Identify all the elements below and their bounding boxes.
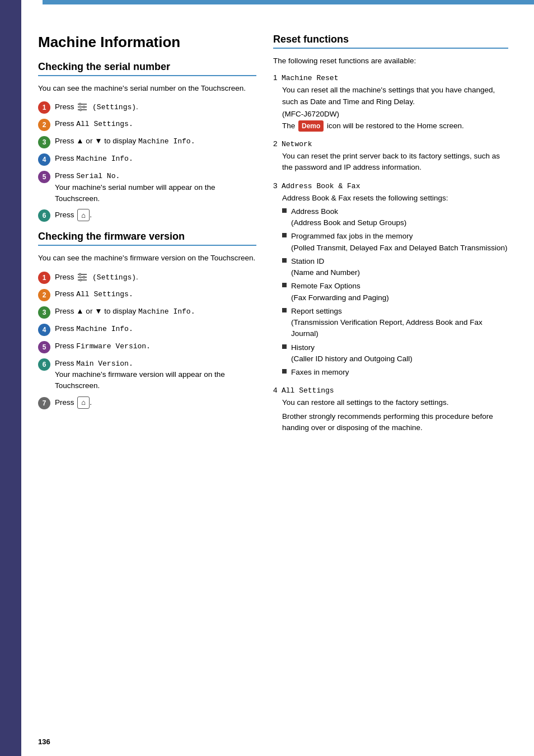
step-circle-4: 4: [38, 324, 50, 336]
reset-item-num-2: 2 Network: [273, 139, 508, 148]
step-text-5: Press Serial No.Your machine's serial nu…: [55, 170, 256, 204]
step-circle-6: 6: [38, 209, 50, 222]
bullet-icon: [282, 258, 287, 263]
svg-point-3: [79, 103, 81, 105]
reset-item-desc-3: Address Book & Fax resets the following …: [282, 193, 508, 204]
step-item: 2 Press All Settings.: [38, 118, 256, 131]
step-circle-4: 4: [38, 153, 50, 166]
bullet-address-book: Address Book(Address Book and Setup Grou…: [282, 206, 508, 229]
step-text-3: Press ▲ or ▼ to display Machine Info.: [55, 306, 256, 318]
reset-item-network: 2 Network You can reset the print server…: [273, 139, 508, 174]
step-circle-3: 3: [38, 306, 50, 319]
serial-number-steps: 1 Press (Settings). 2 Press All Settings…: [38, 101, 256, 222]
svg-rect-8: [78, 279, 87, 281]
svg-point-9: [79, 273, 81, 276]
step-text-1: Press (Settings).: [55, 101, 256, 113]
reset-item-num-4: 4 All Settings: [273, 386, 508, 395]
step-item: 5 Press Serial No.Your machine's serial …: [38, 170, 256, 204]
svg-point-5: [79, 109, 82, 111]
step-item: 5 Press Firmware Version.: [38, 340, 256, 353]
bullet-programmed-fax: Programmed fax jobs in the memory(Polled…: [282, 231, 508, 254]
reset-item-desc-1: You can reset all the machine's settings…: [282, 85, 508, 108]
svg-rect-7: [78, 277, 87, 278]
step-item: 1 Press (Settings).: [38, 101, 256, 114]
settings-icon: [76, 271, 88, 283]
bullet-label: Programmed fax jobs in the memory(Polled…: [291, 231, 507, 254]
reset-subnote-mfc: (MFC-J6720DW): [282, 110, 508, 118]
reset-item-desc-2: You can reset the print server back to i…: [282, 151, 508, 174]
section2-title: Checking the firmware version: [38, 231, 256, 246]
bullet-label: Remote Fax Options(Fax Forwarding and Pa…: [291, 281, 389, 304]
svg-point-11: [79, 279, 82, 281]
address-book-fax-bullets: Address Book(Address Book and Setup Grou…: [282, 206, 508, 379]
reset-item-machine-reset: 1 Machine Reset You can reset all the ma…: [273, 73, 508, 132]
bullet-icon: [282, 283, 287, 287]
page-title: Machine Information: [38, 34, 256, 51]
step-circle-1: 1: [38, 101, 50, 114]
bullet-label: Address Book(Address Book and Setup Grou…: [291, 206, 406, 229]
settings-icon: [76, 101, 88, 113]
reset-items-list: 1 Machine Reset You can reset all the ma…: [273, 73, 508, 433]
reset-item-num-3: 3 Address Book & Fax: [273, 181, 508, 190]
step-item: 4 Press Machine Info.: [38, 153, 256, 166]
step-item: 7 Press ⌂.: [38, 396, 256, 409]
step-text-3: Press ▲ or ▼ to display Machine Info.: [55, 136, 256, 147]
bullet-faxes-in-memory: Faxes in memory: [282, 367, 508, 378]
step-text-4: Press Machine Info.: [55, 323, 256, 335]
bullet-history: History(Caller ID history and Outgoing C…: [282, 342, 508, 365]
home-icon: ⌂: [77, 209, 90, 221]
step-text-2: Press All Settings.: [55, 118, 256, 130]
svg-point-4: [83, 106, 85, 108]
reset-item-num-1: 1 Machine Reset: [273, 73, 508, 82]
page-number: 136: [38, 738, 50, 746]
step-circle-2: 2: [38, 289, 50, 301]
two-col-layout: Machine Information Checking the serial …: [38, 34, 517, 441]
left-column: Machine Information Checking the serial …: [38, 34, 256, 441]
reset-item-all-settings: 4 All Settings You can restore all setti…: [273, 386, 508, 433]
step-circle-3: 3: [38, 136, 50, 148]
step-item: 2 Press All Settings.: [38, 288, 256, 301]
reset-item-desc-4: You can restore all settings to the fact…: [282, 397, 508, 408]
bullet-label: Faxes in memory: [291, 367, 349, 378]
step-item: 4 Press Machine Info.: [38, 323, 256, 336]
svg-rect-2: [78, 109, 87, 110]
reset-demo-text: The Demo icon will be restored to the Ho…: [282, 120, 508, 132]
step-text-5: Press Firmware Version.: [55, 340, 256, 352]
bullet-icon: [282, 344, 287, 349]
bullet-label: History(Caller ID history and Outgoing C…: [291, 342, 413, 365]
content-area: Machine Information Checking the serial …: [21, 0, 534, 756]
bullet-label: Station ID(Name and Number): [291, 256, 360, 279]
top-bar: [43, 0, 534, 4]
step-circle-2: 2: [38, 119, 50, 131]
svg-point-10: [83, 276, 85, 278]
bullet-station-id: Station ID(Name and Number): [282, 256, 508, 279]
bullet-report-settings: Report settings(Transmission Verificatio…: [282, 306, 508, 340]
bullet-label: Report settings(Transmission Verificatio…: [291, 306, 508, 340]
step-text-2: Press All Settings.: [55, 288, 256, 300]
reset-intro: The following reset functions are availa…: [273, 55, 508, 67]
svg-rect-1: [78, 106, 87, 108]
page-container: Machine Information Checking the serial …: [0, 0, 534, 756]
bullet-icon: [282, 308, 287, 312]
step-circle-5: 5: [38, 171, 50, 183]
right-column: Reset functions The following reset func…: [273, 34, 508, 441]
step-circle-6: 6: [38, 358, 50, 371]
step-item: 3 Press ▲ or ▼ to display Machine Info.: [38, 306, 256, 319]
step-circle-5: 5: [38, 341, 50, 353]
reset-functions-title: Reset functions: [273, 34, 508, 49]
home-icon: ⌂: [77, 396, 90, 409]
demo-badge: Demo: [298, 120, 324, 132]
step-item: 6 Press ⌂.: [38, 209, 256, 222]
left-sidebar: [0, 0, 21, 756]
bullet-icon: [282, 208, 287, 213]
step-circle-1: 1: [38, 272, 50, 284]
step-circle-7: 7: [38, 397, 50, 409]
step-text-7: Press ⌂.: [55, 396, 256, 409]
step-text-6: Press Main Version.Your machine's firmwa…: [55, 358, 256, 392]
bullet-icon: [282, 369, 287, 374]
step-item: 3 Press ▲ or ▼ to display Machine Info.: [38, 136, 256, 148]
step-item: 6 Press Main Version.Your machine's firm…: [38, 358, 256, 392]
reset-item-address-book-fax: 3 Address Book & Fax Address Book & Fax …: [273, 181, 508, 379]
bullet-icon: [282, 233, 287, 237]
step-item: 1 Press (Settings).: [38, 271, 256, 284]
